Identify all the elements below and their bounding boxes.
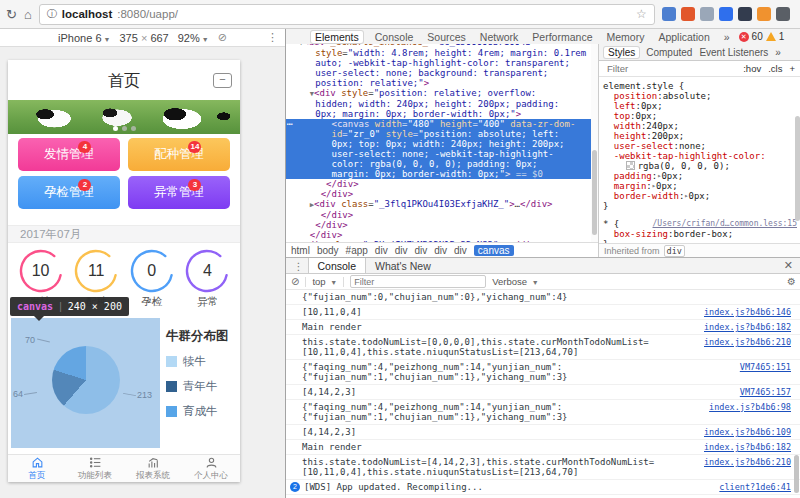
dom-tree-line[interactable]: 0px; margin: 0px; border-width: 0px;">: [286, 109, 591, 119]
css-declaration[interactable]: -webkit-tap-highlight-color:: [603, 151, 797, 161]
extension-icon[interactable]: [738, 7, 752, 21]
home-icon[interactable]: ⌂: [24, 8, 32, 21]
legend-item-1[interactable]: 青年牛: [166, 379, 238, 394]
app-button-2[interactable]: 孕检管理2: [18, 176, 120, 209]
console-message[interactable]: {"faqing_num":4,"peizhong_num":14,"yunji…: [286, 400, 800, 425]
device-toolbar-menu-icon[interactable]: ⋮: [267, 31, 278, 44]
css-declaration[interactable]: box-sizing: border-box;: [603, 229, 797, 239]
devtools-tab-application[interactable]: Application: [656, 31, 711, 43]
address-bar[interactable]: ⓘ localhost :8080/uapp/ ☆: [39, 4, 655, 25]
devtools-tab-sources[interactable]: Sources: [425, 31, 468, 43]
breadcrumb-item[interactable]: #app: [346, 245, 368, 256]
console-message[interactable]: [10,11,0,4]index.js?b4b6:146: [286, 305, 800, 320]
console-message[interactable]: {"fujian_num":0,"chujian_num":0},"yichan…: [286, 290, 800, 305]
minimize-button[interactable]: −: [213, 73, 232, 88]
extension-icon[interactable]: [719, 7, 733, 21]
nav-item-profile[interactable]: 个人中心: [182, 455, 240, 482]
throttle-icon[interactable]: ⊘: [218, 31, 227, 44]
stat-circle-3[interactable]: 4异常: [184, 248, 230, 309]
console-message[interactable]: Main renderindex.js?b4b6:182: [286, 440, 800, 455]
issue-badges[interactable]: ✕ 60 1: [739, 31, 785, 42]
css-declaration[interactable]: margin: ▸0px;: [603, 181, 797, 191]
legend-item-0[interactable]: 犊牛: [166, 354, 238, 369]
tab-event-listeners[interactable]: Event Listeners: [699, 47, 768, 58]
console-source-link[interactable]: client?1de6:41: [719, 482, 791, 492]
dom-tree-line[interactable]: user-select: none; -webkit-tap-highlight…: [286, 149, 591, 159]
tab-styles[interactable]: Styles: [604, 47, 639, 58]
dom-tree-line[interactable]: ⋯ <canvas width="480" height="400" data-…: [286, 119, 591, 129]
dom-tree-line[interactable]: id="zr_0" style="position: absolute; lef…: [286, 129, 591, 139]
devtools-tab-»[interactable]: »: [722, 31, 732, 43]
breadcrumb-item[interactable]: html: [291, 245, 310, 256]
breadcrumb-item[interactable]: div: [434, 245, 447, 256]
drawer-close-icon[interactable]: ✕: [779, 259, 798, 272]
dom-tree-line[interactable]: auto; -webkit-tap-highlight-color: trans…: [286, 58, 591, 68]
dom-tree-line[interactable]: ▼<div style="position: relative; overflo…: [286, 88, 591, 99]
styles-filter-input[interactable]: [605, 62, 689, 75]
clear-console-icon[interactable]: ⊘: [291, 276, 299, 287]
breadcrumb-item[interactable]: div: [414, 245, 427, 256]
console-source-link[interactable]: index.js?b4b6:210: [704, 457, 791, 467]
dom-tree-line[interactable]: position: relative;">: [286, 78, 591, 88]
log-level-select[interactable]: Verbose ▼: [492, 276, 538, 287]
dom-tree-line[interactable]: </div>: [286, 230, 591, 240]
console-filter-input[interactable]: [350, 275, 486, 288]
devtools-tab-network[interactable]: Network: [478, 31, 521, 43]
inherited-node-link[interactable]: div: [664, 245, 685, 257]
dom-tree-line[interactable]: </div>: [286, 220, 591, 230]
elements-scrollbar[interactable]: [591, 44, 598, 242]
reload-icon[interactable]: ↻: [6, 8, 17, 21]
carousel-dot[interactable]: [122, 126, 127, 131]
console-message[interactable]: Main renderindex.js?b4b6:182: [286, 320, 800, 335]
devtools-tab-elements[interactable]: Elements: [311, 31, 363, 43]
console-source-link[interactable]: index.js?b4b6:182: [704, 442, 791, 452]
console-message[interactable]: 2[WDS] App updated. Recompiling...client…: [286, 480, 800, 495]
styles-scrollbar[interactable]: [795, 78, 800, 246]
console-message[interactable]: this.state.todoNumList=[4,14,2,3],this.s…: [286, 455, 800, 480]
console-message[interactable]: this.state.todoNumList=[0,0,0,0],this.st…: [286, 335, 800, 360]
dom-tree-line[interactable]: style="width: 4.8rem; height: 4rem; marg…: [286, 48, 591, 58]
extension-icon[interactable]: [700, 7, 714, 21]
stylesheet-link[interactable]: /Users/crifan/d…common.less:15: [653, 219, 798, 229]
console-message[interactable]: [4,14,2,3]index.js?b4b6:109: [286, 425, 800, 440]
dom-tree-line[interactable]: user-select: none; background: transpare…: [286, 68, 591, 78]
css-declaration[interactable]: position: absolute;: [603, 91, 797, 101]
extension-icon[interactable]: [662, 7, 676, 21]
css-declaration[interactable]: top: 0px;: [603, 111, 797, 121]
breadcrumb-item[interactable]: div: [395, 245, 408, 256]
console-scrollbar[interactable]: [794, 295, 800, 495]
dom-tree-line[interactable]: </div>: [286, 210, 591, 220]
dom-tree-line[interactable]: hidden; width: 240px; height: 200px; pad…: [286, 99, 591, 109]
dom-tree-line[interactable]: color: rgba(0, 0, 0, 0); padding: 0px;: [286, 159, 591, 169]
css-declaration[interactable]: padding: ▸0px;: [603, 171, 797, 181]
extension-icon[interactable]: [681, 7, 695, 21]
highlighted-canvas[interactable]: 70 64 213: [11, 318, 160, 448]
css-declaration[interactable]: width: 240px;: [603, 121, 797, 131]
device-dimensions[interactable]: 375 × 667: [119, 32, 168, 44]
context-select[interactable]: top ▼: [312, 276, 337, 287]
css-declaration[interactable]: border-width: ▸0px;: [603, 191, 797, 201]
info-icon[interactable]: ⓘ: [47, 9, 57, 19]
carousel-dot[interactable]: [113, 126, 118, 131]
breadcrumb-item[interactable]: div: [454, 245, 467, 256]
app-button-0[interactable]: 发情管理4: [18, 138, 120, 171]
tab-console[interactable]: Console: [308, 258, 367, 273]
nav-item-home[interactable]: 首页: [8, 455, 66, 482]
drawer-menu-icon[interactable]: ⋮: [289, 260, 308, 272]
app-button-1[interactable]: 配种管理14: [128, 138, 230, 171]
new-rule-button[interactable]: +: [789, 63, 795, 74]
console-message[interactable]: [4,14,2,3]VM7465:157: [286, 385, 800, 400]
carousel-dot[interactable]: [131, 126, 136, 131]
dom-tree-line[interactable]: </div>: [286, 189, 591, 199]
dom-tree-line[interactable]: ▶<div class="_3flq1PKOu4I03ExfjaKHZ_">…<…: [286, 199, 591, 210]
breadcrumb-item[interactable]: body: [317, 245, 339, 256]
pseudo-toggle[interactable]: :hov: [743, 63, 761, 74]
breadcrumb-item[interactable]: div: [375, 245, 388, 256]
cow-banner-image[interactable]: [8, 100, 240, 134]
app-button-3[interactable]: 异常管理3: [128, 176, 230, 209]
stat-circle-2[interactable]: 0孕检: [129, 248, 175, 309]
dom-tree-line[interactable]: </div>: [286, 179, 591, 189]
breadcrumb-item[interactable]: canvas: [474, 245, 514, 256]
nav-item-reports[interactable]: 报表系统: [124, 455, 182, 482]
legend-item-2[interactable]: 育成牛: [166, 404, 238, 419]
